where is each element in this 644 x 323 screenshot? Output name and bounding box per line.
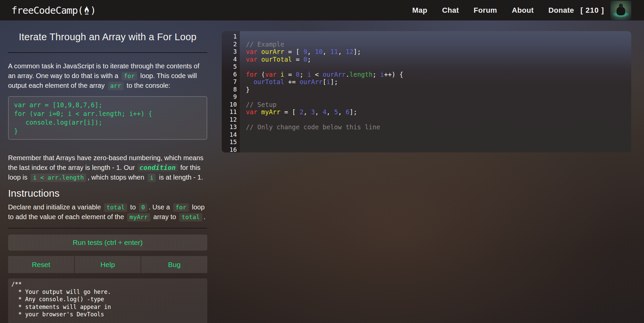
- editor-code-line[interactable]: var ourArr = [ 9, 10, 11, 12];: [246, 48, 631, 56]
- top-navbar: freeCodeCamp( ) MapChatForumAboutDonate …: [0, 0, 644, 20]
- inline-code: arr: [108, 82, 124, 90]
- line-number: 4: [222, 56, 240, 63]
- editor-code-line[interactable]: // Setup: [246, 101, 631, 109]
- line-number: 7: [222, 78, 240, 86]
- inline-code: 0: [139, 203, 147, 212]
- emphasized-term: condition: [138, 164, 178, 172]
- editor-code-line[interactable]: var ourTotal = 0;: [246, 56, 631, 63]
- line-number: 13: [222, 123, 240, 131]
- line-number: 15: [222, 138, 240, 146]
- inline-code: for: [173, 203, 189, 212]
- points-counter[interactable]: [ 210 ]: [580, 6, 604, 15]
- line-number: 8: [222, 86, 240, 93]
- editor-code-line[interactable]: // Example: [246, 41, 631, 48]
- instructions-heading: Instructions: [8, 188, 207, 199]
- line-number: 5: [222, 63, 240, 71]
- run-tests-button[interactable]: Run tests (ctrl + enter): [8, 235, 207, 251]
- bug-button[interactable]: Bug: [141, 256, 207, 273]
- editor-code-line[interactable]: [246, 63, 631, 71]
- inline-code: total: [104, 203, 127, 212]
- challenge-description-2: Remember that Arrays have zero-based num…: [8, 153, 207, 182]
- output-console: /** * Your output will go here. * Any co…: [8, 278, 207, 323]
- secondary-buttons: ResetHelpBug: [8, 256, 207, 273]
- line-number: 14: [222, 131, 240, 139]
- code-editor[interactable]: 12345678910111213141516 // Examplevar ou…: [222, 31, 631, 152]
- editor-code-line[interactable]: ourTotal += ourArr[i];: [246, 78, 631, 86]
- logo-text-close: ): [90, 5, 96, 16]
- line-number: 6: [222, 71, 240, 78]
- editor-line-numbers: 12345678910111213141516: [222, 31, 240, 152]
- instructions-text: Declare and initialize a variable total …: [8, 202, 207, 222]
- user-avatar[interactable]: [610, 1, 631, 20]
- freecodecamp-logo[interactable]: freeCodeCamp( ): [11, 5, 96, 16]
- editor-code-line[interactable]: [246, 93, 631, 101]
- editor-code-line[interactable]: for (var i = 0; i < ourArr.length; i++) …: [246, 71, 631, 78]
- nav-item-about[interactable]: About: [512, 6, 534, 15]
- example-code-block: var arr = [10,9,8,7,6]; for (var i=0; i …: [8, 96, 207, 140]
- challenge-panel: Iterate Through an Array with a For Loop…: [8, 20, 207, 323]
- help-button[interactable]: Help: [75, 256, 141, 273]
- line-number: 1: [222, 33, 240, 41]
- nav-item-forum[interactable]: Forum: [474, 6, 497, 15]
- line-number: 16: [222, 146, 240, 153]
- nav-item-map[interactable]: Map: [412, 6, 427, 15]
- inline-code: myArr: [127, 213, 150, 221]
- flame-icon: [84, 6, 90, 15]
- nav-item-chat[interactable]: Chat: [442, 6, 459, 15]
- console-output-text: /** * Your output will go here. * Any co…: [11, 280, 204, 318]
- inline-code: i < arr.length: [31, 174, 86, 182]
- inline-code: total: [179, 213, 202, 221]
- nav-item-donate[interactable]: Donate: [548, 6, 574, 15]
- line-number: 9: [222, 93, 240, 101]
- editor-code-line[interactable]: [246, 116, 631, 124]
- logo-text: freeCodeCamp(: [11, 5, 83, 16]
- inline-code: i: [148, 174, 156, 182]
- divider: [8, 52, 207, 53]
- editor-code-line[interactable]: }: [246, 86, 631, 93]
- nav-items: MapChatForumAboutDonate: [412, 6, 574, 15]
- editor-code-area[interactable]: // Examplevar ourArr = [ 9, 10, 11, 12];…: [240, 31, 631, 152]
- line-number: 3: [222, 48, 240, 56]
- divider: [8, 228, 207, 229]
- editor-code-line[interactable]: [246, 131, 631, 139]
- editor-code-line[interactable]: // Only change code below this line: [246, 123, 631, 131]
- reset-button[interactable]: Reset: [8, 256, 74, 273]
- editor-code-line[interactable]: [246, 146, 631, 153]
- line-number: 2: [222, 41, 240, 48]
- editor-code-line[interactable]: [246, 138, 631, 146]
- editor-code-line[interactable]: var myArr = [ 2, 3, 4, 5, 6];: [246, 108, 631, 116]
- challenge-description-1: A common task in JavaScript is to iterat…: [8, 61, 207, 90]
- line-number: 11: [222, 108, 240, 116]
- inline-code: for: [121, 72, 137, 80]
- editor-code-line[interactable]: [246, 33, 631, 41]
- challenge-title: Iterate Through an Array with a For Loop: [8, 31, 207, 43]
- line-number: 10: [222, 101, 240, 109]
- line-number: 12: [222, 116, 240, 124]
